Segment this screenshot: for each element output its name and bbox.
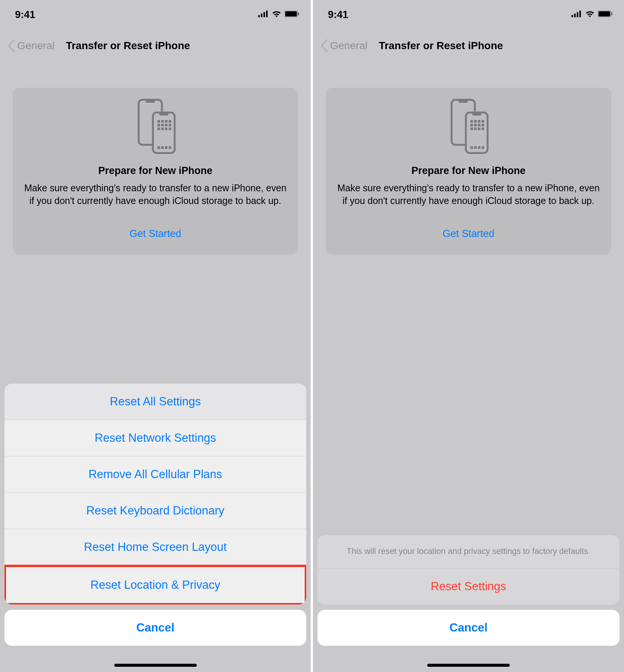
svg-rect-39 xyxy=(474,120,477,123)
two-phones-icon xyxy=(24,98,287,154)
cellular-signal-icon xyxy=(572,10,582,19)
svg-rect-2 xyxy=(263,12,265,17)
svg-rect-22 xyxy=(169,128,171,130)
battery-icon xyxy=(598,10,613,19)
status-icons xyxy=(572,10,613,19)
svg-rect-38 xyxy=(470,120,473,123)
status-icons xyxy=(258,10,299,19)
two-phones-icon xyxy=(337,98,600,154)
svg-rect-28 xyxy=(574,14,576,17)
reset-network-settings-button[interactable]: Reset Network Settings xyxy=(4,420,306,456)
reset-home-screen-layout-button[interactable]: Reset Home Screen Layout xyxy=(4,529,306,566)
prepare-description: Make sure everything's ready to transfer… xyxy=(337,182,600,207)
svg-rect-17 xyxy=(165,124,168,126)
svg-rect-15 xyxy=(157,124,160,126)
status-bar: 9:41 xyxy=(313,0,624,26)
svg-rect-16 xyxy=(161,124,164,126)
svg-rect-12 xyxy=(161,120,164,123)
svg-rect-46 xyxy=(470,128,473,130)
cellular-signal-icon xyxy=(258,10,269,19)
svg-rect-44 xyxy=(478,124,480,126)
svg-rect-32 xyxy=(599,11,610,16)
svg-rect-43 xyxy=(474,124,477,126)
get-started-button[interactable]: Get Started xyxy=(24,228,287,240)
prepare-title: Prepare for New iPhone xyxy=(337,165,600,177)
svg-rect-41 xyxy=(482,120,484,123)
confirm-action-sheet: This will reset your location and privac… xyxy=(313,535,624,672)
wifi-icon xyxy=(585,10,595,19)
svg-rect-27 xyxy=(572,15,573,17)
status-time: 9:41 xyxy=(328,9,348,21)
wifi-icon xyxy=(272,10,281,19)
prepare-card: Prepare for New iPhone Make sure everyth… xyxy=(326,88,611,255)
status-bar: 9:41 xyxy=(0,0,311,26)
svg-rect-37 xyxy=(472,112,481,116)
svg-rect-20 xyxy=(161,128,164,130)
home-indicator[interactable] xyxy=(427,664,510,667)
prepare-card: Prepare for New iPhone Make sure everyth… xyxy=(13,88,298,255)
back-chevron-icon[interactable] xyxy=(7,39,15,52)
svg-rect-18 xyxy=(169,124,171,126)
confirm-message: This will reset your location and privac… xyxy=(317,535,620,568)
svg-rect-13 xyxy=(165,120,168,123)
svg-rect-21 xyxy=(165,128,168,130)
svg-rect-45 xyxy=(482,124,484,126)
status-time: 9:41 xyxy=(15,9,35,21)
svg-rect-40 xyxy=(478,120,480,123)
reset-action-sheet: Reset All Settings Reset Network Setting… xyxy=(0,384,311,672)
svg-rect-3 xyxy=(266,10,268,17)
svg-rect-47 xyxy=(474,128,477,130)
svg-rect-33 xyxy=(611,12,612,15)
get-started-button[interactable]: Get Started xyxy=(337,228,600,240)
reset-sheet-group: Reset All Settings Reset Network Setting… xyxy=(4,384,306,604)
svg-rect-8 xyxy=(146,100,155,103)
svg-rect-23 xyxy=(157,146,160,149)
svg-rect-26 xyxy=(169,146,171,149)
screenshot-left: 9:41 General Transfer or Reset iPhone xyxy=(0,0,311,672)
remove-all-cellular-plans-button[interactable]: Remove All Cellular Plans xyxy=(4,456,306,493)
nav-bar: General Transfer or Reset iPhone xyxy=(313,26,624,62)
svg-rect-30 xyxy=(579,10,581,17)
nav-title: Transfer or Reset iPhone xyxy=(66,40,190,52)
svg-rect-48 xyxy=(478,128,480,130)
prepare-description: Make sure everything's ready to transfer… xyxy=(24,182,287,207)
svg-rect-53 xyxy=(482,146,484,149)
svg-rect-24 xyxy=(161,146,164,149)
cancel-button[interactable]: Cancel xyxy=(317,610,620,646)
battery-icon xyxy=(284,10,299,19)
svg-rect-29 xyxy=(577,12,578,17)
reset-settings-button[interactable]: Reset Settings xyxy=(317,568,620,604)
confirm-sheet-group: This will reset your location and privac… xyxy=(317,535,620,604)
svg-rect-50 xyxy=(470,146,473,149)
svg-rect-49 xyxy=(482,128,484,130)
reset-all-settings-button[interactable]: Reset All Settings xyxy=(4,384,306,420)
svg-rect-6 xyxy=(298,12,299,15)
back-button-label[interactable]: General xyxy=(17,40,55,52)
back-chevron-icon[interactable] xyxy=(320,39,328,52)
svg-rect-11 xyxy=(157,120,160,123)
reset-location-privacy-button[interactable]: Reset Location & Privacy xyxy=(4,565,306,604)
svg-rect-35 xyxy=(459,100,468,103)
svg-rect-51 xyxy=(474,146,477,149)
nav-title: Transfer or Reset iPhone xyxy=(379,40,503,52)
svg-rect-52 xyxy=(478,146,480,149)
svg-rect-25 xyxy=(165,146,168,149)
back-button-label[interactable]: General xyxy=(330,40,368,52)
reset-keyboard-dictionary-button[interactable]: Reset Keyboard Dictionary xyxy=(4,493,306,529)
svg-rect-42 xyxy=(470,124,473,126)
svg-rect-19 xyxy=(157,128,160,130)
svg-rect-10 xyxy=(159,112,168,116)
svg-rect-0 xyxy=(258,15,260,17)
svg-rect-1 xyxy=(261,14,262,17)
svg-rect-5 xyxy=(285,11,297,16)
home-indicator[interactable] xyxy=(114,664,197,667)
screenshot-right: 9:41 General Transfer or Reset iPhone xyxy=(313,0,624,672)
svg-rect-14 xyxy=(169,120,171,123)
nav-bar: General Transfer or Reset iPhone xyxy=(0,26,311,62)
cancel-button[interactable]: Cancel xyxy=(4,610,306,646)
prepare-title: Prepare for New iPhone xyxy=(24,165,287,177)
